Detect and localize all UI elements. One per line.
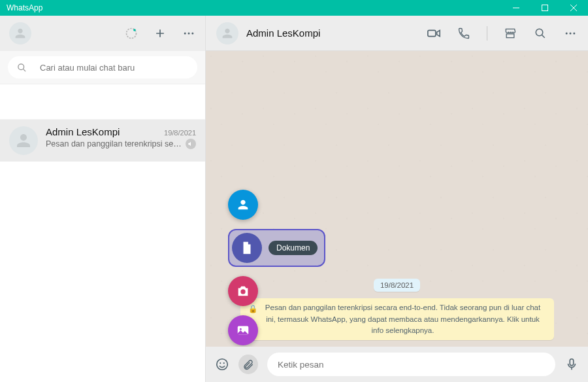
composer (206, 347, 588, 382)
minimize-button[interactable] (502, 0, 531, 16)
chat-list: Admin LesKompi 19/8/2021 Pesan dan pangg… (0, 84, 205, 382)
plus-icon (154, 27, 167, 40)
attach-document-button[interactable] (232, 233, 262, 263)
window-controls (502, 0, 588, 16)
attach-camera-button[interactable] (228, 276, 258, 306)
person-icon (220, 26, 235, 41)
smiley-icon (215, 357, 229, 372)
paperclip-icon (242, 358, 254, 370)
video-call-button[interactable] (427, 26, 441, 41)
message-input[interactable] (267, 353, 555, 376)
search-icon (17, 63, 27, 73)
attach-gallery-button[interactable] (228, 315, 258, 345)
chat-more-button[interactable] (563, 26, 578, 41)
date-chip: 19/8/2021 (374, 279, 420, 292)
contact-icon (236, 198, 250, 212)
voice-call-button[interactable] (457, 26, 471, 41)
attach-menu: Dokumen (228, 190, 325, 345)
svg-point-7 (188, 33, 190, 35)
maximize-icon (542, 5, 548, 11)
chat-panel: Admin LesKompi (206, 16, 588, 382)
svg-point-18 (240, 328, 242, 330)
document-icon (240, 241, 254, 255)
svg-line-13 (542, 35, 545, 38)
chat-item-admin-leskompi[interactable]: Admin LesKompi 19/8/2021 Pesan dan pangg… (0, 120, 205, 162)
status-icon (125, 27, 138, 40)
svg-point-19 (217, 359, 228, 370)
titlebar: WhatsApp (0, 0, 588, 16)
svg-point-16 (573, 32, 575, 34)
search-box[interactable] (8, 56, 197, 78)
search-input[interactable] (40, 63, 188, 73)
mic-icon (564, 357, 579, 372)
header-divider (487, 26, 487, 41)
emoji-button[interactable] (215, 357, 229, 372)
chat-preview: Pesan dan panggilan terenkripsi secara .… (46, 139, 183, 148)
more-button[interactable] (182, 26, 196, 41)
new-chat-button[interactable] (153, 26, 167, 41)
svg-rect-1 (542, 5, 548, 11)
svg-rect-22 (570, 359, 574, 366)
app-title: WhatsApp (7, 3, 42, 12)
attach-document-label: Dokumen (269, 241, 318, 255)
svg-point-20 (220, 362, 221, 364)
search-icon (534, 27, 546, 39)
search-chat-button[interactable] (533, 26, 547, 41)
attach-document-row[interactable]: Dokumen (228, 229, 325, 267)
svg-point-8 (191, 33, 193, 35)
chat-header-avatar[interactable] (216, 22, 238, 44)
svg-point-6 (184, 33, 186, 35)
attach-button[interactable] (238, 355, 258, 374)
sidebar-header (0, 16, 205, 51)
svg-line-10 (23, 69, 25, 71)
svg-rect-0 (513, 8, 519, 9)
sidebar: Admin LesKompi 19/8/2021 Pesan dan pangg… (0, 16, 206, 382)
image-icon (236, 323, 250, 338)
person-icon (13, 26, 27, 41)
svg-point-9 (18, 63, 24, 69)
mic-button[interactable] (564, 357, 579, 372)
chat-title[interactable]: Admin LesKompi (246, 27, 320, 39)
search-container (0, 51, 205, 84)
close-icon (570, 5, 577, 11)
video-icon (427, 26, 441, 41)
svg-point-21 (223, 362, 225, 364)
svg-point-5 (133, 29, 136, 31)
chat-header: Admin LesKompi (206, 16, 588, 51)
chat-date: 19/8/2021 (164, 129, 196, 137)
dots-icon (182, 27, 195, 40)
phone-icon (457, 27, 470, 40)
close-button[interactable] (559, 0, 588, 16)
chat-name: Admin LesKompi (46, 126, 120, 137)
minimize-icon (513, 5, 519, 11)
mute-badge (186, 139, 196, 149)
list-spacer (0, 84, 205, 120)
status-button[interactable] (124, 26, 139, 41)
store-icon (504, 27, 517, 40)
svg-point-15 (570, 32, 572, 34)
mute-icon (188, 141, 194, 147)
store-button[interactable] (503, 26, 517, 41)
svg-rect-11 (428, 30, 436, 36)
dots-icon (564, 27, 577, 40)
chat-body: 19/8/2021 🔒 Pesan dan panggilan terenkri… (206, 51, 588, 347)
chat-avatar (9, 126, 38, 155)
profile-avatar[interactable] (9, 22, 31, 44)
camera-icon (236, 284, 250, 298)
person-icon (14, 131, 33, 150)
svg-point-14 (566, 32, 568, 34)
maximize-button[interactable] (531, 0, 559, 16)
svg-point-12 (536, 29, 543, 36)
attach-contact-button[interactable] (228, 190, 258, 220)
